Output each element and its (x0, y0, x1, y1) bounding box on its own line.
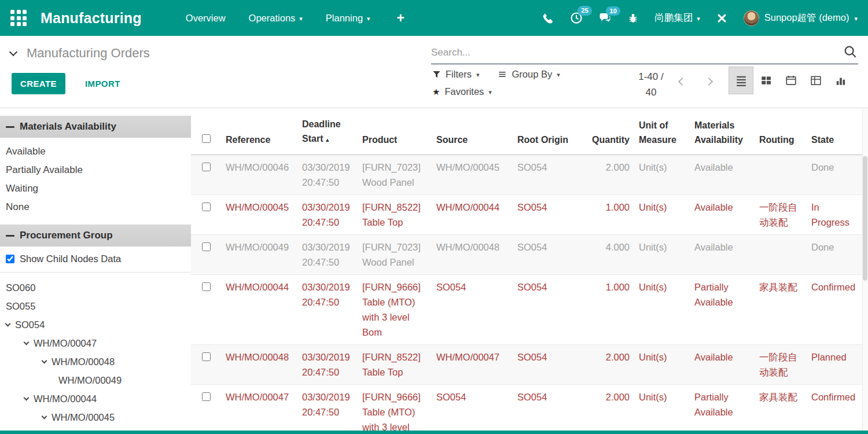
tree-item-so055[interactable]: SO055 (0, 297, 191, 315)
col-unit-of-measure[interactable]: Unit of Measure (634, 109, 690, 155)
table-row[interactable]: WH/MO/00044 03/30/2019 20:47:50 [FURN_96… (191, 275, 862, 345)
row-checkbox[interactable] (202, 203, 211, 211)
group-by-menu[interactable]: Group By ▾ (498, 69, 560, 80)
chevron-down-icon (42, 358, 47, 364)
cell-availability: Partially Available (690, 385, 755, 431)
company-switcher[interactable]: 尚鹏集团 ▾ (654, 12, 700, 24)
table-row[interactable]: WH/MO/00047 03/30/2019 20:47:50 [FURN_96… (191, 385, 862, 431)
filters-menu[interactable]: Filters ▾ (432, 69, 479, 80)
show-child-nodes-checkbox[interactable] (6, 255, 14, 263)
star-icon: ★ (432, 87, 440, 96)
breadcrumb[interactable]: Manufacturing Orders (10, 46, 150, 61)
import-button[interactable]: IMPORT (82, 78, 124, 89)
cell-root-origin: SO054 (513, 235, 587, 275)
tree-item-mo49[interactable]: WH/MO/00049 (0, 371, 191, 389)
menu-overview[interactable]: Overview (186, 13, 226, 24)
col-product[interactable]: Product (358, 109, 432, 155)
col-state[interactable]: State (807, 109, 862, 155)
add-menu-button[interactable]: + (397, 12, 404, 25)
cell-routing: 一阶段自动装配 (755, 345, 807, 385)
create-button[interactable]: CREATE (12, 73, 65, 94)
table-row[interactable]: WH/MO/00046 03/30/2019 20:47:50 [FURN_70… (191, 155, 862, 195)
row-checkbox-cell (191, 345, 221, 385)
pager-next-button[interactable] (705, 75, 713, 88)
messages-icon[interactable]: 10 (598, 12, 612, 24)
bug-icon[interactable] (627, 12, 639, 24)
activities-clock-icon[interactable]: 25 (570, 12, 583, 24)
filter-item-waiting[interactable]: Waiting (0, 179, 191, 198)
cell-deadline: 03/30/2019 20:47:50 (297, 155, 358, 195)
cell-product: [FURN_7023] Wood Panel (358, 155, 432, 195)
cell-reference: WH/MO/00048 (221, 345, 297, 385)
cell-product: [FURN_8522] Table Top (358, 345, 432, 385)
calendar-view-button[interactable] (778, 67, 803, 94)
activity-count-badge: 25 (578, 6, 592, 16)
filter-item-none[interactable]: None (0, 198, 191, 216)
user-menu[interactable]: Sunpop超管 (demo) ▾ (744, 10, 858, 26)
tools-icon[interactable] (716, 12, 728, 24)
list-view-button[interactable] (729, 67, 753, 94)
kanban-view-button[interactable] (753, 67, 778, 94)
chevron-down-icon: ▾ (557, 72, 560, 78)
pivot-view-button[interactable] (803, 67, 828, 94)
cell-reference: WH/MO/00049 (221, 235, 297, 275)
app-title[interactable]: Manufacturing (41, 10, 142, 27)
table-row[interactable]: WH/MO/00049 03/30/2019 20:47:50 [FURN_70… (191, 235, 862, 275)
col-reference[interactable]: Reference (221, 109, 297, 155)
row-checkbox[interactable] (202, 242, 211, 251)
col-deadline-start[interactable]: Deadline Start ▴ (297, 109, 358, 155)
select-all-checkbox[interactable] (202, 134, 211, 143)
row-checkbox[interactable] (202, 352, 211, 361)
top-navbar: Manufacturing Overview Operations ▾ Plan… (0, 0, 868, 36)
cell-reference: WH/MO/00046 (221, 155, 297, 195)
cell-root-origin: SO054 (513, 155, 587, 195)
chevron-down-icon: ▾ (488, 89, 492, 95)
cell-state: In Progress (807, 195, 862, 235)
apps-menu-icon[interactable] (10, 10, 27, 26)
tree-item-so060[interactable]: SO060 (0, 278, 191, 297)
cell-routing: 家具装配 (755, 385, 807, 431)
cell-state: Confirmed (807, 385, 862, 431)
cell-quantity: 2.000 (587, 345, 634, 385)
col-source[interactable]: Source (432, 109, 513, 155)
table-row[interactable]: WH/MO/00045 03/30/2019 20:47:50 [FURN_85… (191, 195, 862, 235)
favorites-menu[interactable]: ★ Favorites ▾ (432, 86, 492, 97)
bottom-edge-strip (0, 431, 868, 434)
cell-source: WH/MO/00047 (432, 345, 513, 385)
cell-quantity: 2.000 (587, 385, 634, 431)
col-root-origin[interactable]: Root Origin (513, 109, 587, 155)
chevron-down-icon: ▾ (854, 16, 858, 22)
row-checkbox[interactable] (202, 163, 211, 171)
row-checkbox[interactable] (202, 392, 211, 401)
cell-deadline: 03/30/2019 20:47:50 (297, 235, 358, 275)
col-quantity[interactable]: Quantity (587, 109, 634, 155)
row-checkbox[interactable] (202, 282, 211, 291)
col-routing[interactable]: Routing (755, 109, 807, 155)
cell-uom: Unit(s) (634, 195, 690, 235)
cell-reference: WH/MO/00044 (221, 275, 297, 345)
menu-planning[interactable]: Planning ▾ (326, 13, 370, 24)
cell-availability: Available (690, 235, 755, 275)
filter-item-partially-available[interactable]: Partially Available (0, 161, 191, 179)
filter-item-available[interactable]: Available (0, 142, 191, 161)
systray: 25 10 尚鹏集团 ▾ Sunpop超管 (demo) ▾ (542, 10, 858, 26)
phone-icon[interactable] (542, 12, 554, 24)
cell-uom: Unit(s) (634, 385, 690, 431)
tree-item-mo47[interactable]: WH/MO/00047 (0, 334, 191, 352)
scrollbar-thumb[interactable] (863, 156, 867, 281)
cell-source: SO054 (432, 275, 513, 345)
tree-item-mo44[interactable]: WH/MO/00044 (0, 389, 191, 408)
menu-operations[interactable]: Operations ▾ (249, 13, 303, 24)
tree-item-mo48[interactable]: WH/MO/00048 (0, 352, 191, 371)
table-row[interactable]: WH/MO/00048 03/30/2019 20:47:50 [FURN_85… (191, 345, 862, 385)
vertical-scrollbar[interactable] (862, 109, 868, 431)
tree-item-so054[interactable]: SO054 (0, 315, 191, 334)
tree-item-mo45[interactable]: WH/MO/00045 (0, 408, 191, 426)
cell-routing: 家具装配 (755, 275, 807, 345)
cell-root-origin: SO054 (513, 385, 587, 431)
search-icon[interactable] (843, 45, 857, 61)
pager-previous-button[interactable] (678, 75, 686, 88)
graph-view-button[interactable] (828, 67, 853, 94)
col-materials-availability[interactable]: Materials Availability (690, 109, 755, 155)
search-input[interactable] (431, 43, 838, 62)
